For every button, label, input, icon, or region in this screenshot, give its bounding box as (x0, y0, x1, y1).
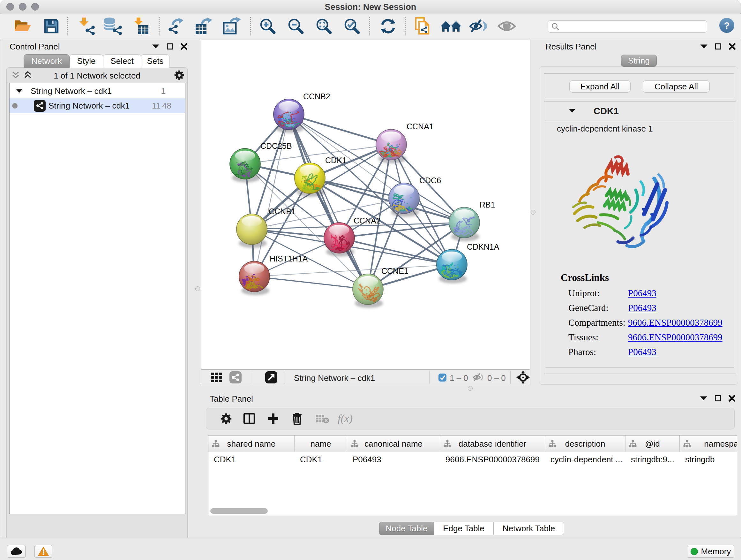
duplicate-network-button[interactable] (414, 17, 432, 36)
compartments-link[interactable]: 9606.ENSP00000378699 (628, 317, 723, 328)
cloud-icon (10, 547, 22, 556)
control-panel-float-button[interactable] (166, 43, 173, 50)
namespace-tree-icon (683, 440, 691, 448)
column-header-shared-name[interactable]: shared name (208, 435, 294, 452)
tab-string[interactable]: String (621, 55, 657, 67)
column-header-canonical-name[interactable]: canonical name (347, 435, 440, 452)
show-all-button[interactable] (497, 18, 516, 34)
table-cell[interactable]: cyclin-dependent ... (545, 452, 625, 467)
zoom-fit-button[interactable] (315, 17, 333, 35)
edge-CDKN1A-HIST1H1A[interactable] (254, 265, 452, 276)
column-header-namespace[interactable]: namespace (680, 435, 737, 452)
open-session-button[interactable] (13, 18, 31, 35)
table-cell[interactable]: stringdb:9... (625, 452, 680, 467)
node-CDC6[interactable]: CDC6 (389, 176, 441, 217)
collection-disclosure-icon[interactable] (16, 89, 23, 93)
edge-CCNB2-CCNA1[interactable] (289, 114, 391, 145)
table-options-gear-icon[interactable] (220, 413, 232, 424)
edge-CDK1-RB1[interactable] (310, 178, 464, 223)
table-cell[interactable]: 9606.ENSP00000378699 (440, 452, 545, 467)
table-cell[interactable]: CDK1 (294, 452, 347, 467)
table-panel-close-button[interactable] (728, 395, 736, 402)
control-panel-close-button[interactable] (180, 43, 188, 50)
add-column-icon[interactable] (267, 412, 280, 425)
results-panel-close-button[interactable] (729, 43, 736, 50)
table-panel-menu-button[interactable] (700, 396, 708, 401)
birdseye-grid-icon[interactable] (210, 371, 223, 384)
bottom-splitter-handle[interactable] (468, 386, 473, 391)
control-panel-menu-button[interactable] (152, 44, 159, 49)
export-network-button[interactable] (167, 17, 185, 35)
table-horizontal-scrollbar[interactable] (210, 508, 268, 514)
tab-node-table[interactable]: Node Table (379, 522, 434, 535)
tab-style[interactable]: Style (70, 54, 103, 68)
tissues-link[interactable]: 9606.ENSP00000378699 (628, 332, 723, 343)
import-table-button[interactable] (131, 17, 150, 36)
node-CCNA1[interactable]: CCNA1 (376, 122, 434, 163)
table-cell[interactable]: CDK1 (208, 452, 294, 467)
expand-all-button[interactable]: Expand All (569, 80, 630, 92)
column-header-database-identifier[interactable]: database identifier (440, 435, 545, 452)
edge-HIST1H1A-CCNE1[interactable] (254, 276, 368, 289)
left-splitter-handle[interactable] (195, 287, 200, 291)
results-panel-float-button[interactable] (715, 43, 722, 50)
delete-column-icon[interactable] (291, 412, 303, 425)
network-options-gear-icon[interactable] (174, 70, 184, 80)
column-header-description[interactable]: description (545, 435, 625, 452)
import-network-database-button[interactable] (103, 17, 123, 36)
node-CDKN1A[interactable]: CDKN1A (436, 242, 499, 283)
fit-selected-crosshair-icon[interactable] (516, 371, 530, 384)
pharos-link[interactable]: P06493 (628, 347, 657, 357)
table-panel-float-button[interactable] (715, 395, 721, 401)
network-row[interactable]: String Network – cdk1 11 48 (10, 98, 185, 113)
tab-select[interactable]: Select (103, 54, 141, 68)
crosslink-row: Uniprot:P06493 (568, 288, 600, 299)
node-RB1[interactable]: RB1 (449, 200, 495, 241)
collapse-all-button[interactable]: Collapse All (643, 80, 710, 92)
help-button[interactable]: ? (719, 18, 734, 33)
cloud-status-button[interactable] (7, 545, 25, 558)
zoom-out-button[interactable] (287, 17, 305, 35)
show-columns-icon[interactable] (243, 413, 255, 424)
genecard-link[interactable]: P06493 (628, 303, 657, 313)
gene-entry-header[interactable]: CDK1 (544, 102, 736, 121)
column-header-name[interactable]: name (294, 435, 347, 452)
zoom-in-button[interactable] (259, 17, 277, 35)
first-neighbors-button[interactable] (441, 17, 461, 35)
hide-selected-button[interactable] (469, 17, 488, 35)
uniprot-link[interactable]: P06493 (628, 288, 657, 299)
table-cell[interactable]: P06493 (347, 452, 440, 467)
toolbar-separator (429, 371, 429, 384)
gene-disclosure-icon[interactable] (569, 109, 576, 113)
warnings-button[interactable] (35, 545, 52, 558)
memory-button[interactable]: Memory (687, 545, 734, 558)
tab-edge-table[interactable]: Edge Table (434, 522, 493, 535)
save-session-button[interactable] (43, 17, 60, 35)
edge-CCNB2-HIST1H1A[interactable] (254, 114, 289, 276)
network-canvas[interactable]: CCNB2CCNA1CDC25BCDK1CDC6RB1CCNB1CCNA2CDK… (201, 40, 530, 370)
tab-sets[interactable]: Sets (141, 54, 170, 68)
network-edge-count: 48 (162, 101, 172, 111)
open-in-window-icon[interactable] (265, 371, 278, 384)
refresh-view-button[interactable] (380, 17, 397, 35)
selected-checkbox-icon[interactable] (438, 373, 447, 382)
tab-network[interactable]: Network (23, 54, 70, 68)
export-table-button[interactable] (195, 17, 214, 36)
node-CCNB1[interactable]: CCNB1 (237, 207, 296, 248)
network-collection-row[interactable]: String Network – cdk1 1 (10, 84, 185, 98)
node-HIST1H1A[interactable]: HIST1H1A (239, 254, 308, 295)
node-CCNB2[interactable]: CCNB2 (273, 92, 330, 133)
right-splitter-handle[interactable] (531, 210, 536, 214)
tab-network-table[interactable]: Network Table (493, 522, 564, 535)
zoom-in-icon (259, 17, 277, 35)
svg-text:CDC6: CDC6 (419, 176, 441, 185)
network-badge-icon[interactable] (229, 371, 242, 384)
search-input[interactable] (562, 22, 707, 31)
results-panel-menu-button[interactable] (700, 44, 708, 49)
export-image-button[interactable] (222, 17, 242, 36)
control-panel: Control Panel Network Style Select Sets … (3, 39, 192, 538)
table-cell[interactable]: stringdb (680, 452, 737, 467)
zoom-selected-button[interactable] (343, 17, 361, 35)
column-header--id[interactable]: @id (625, 435, 680, 452)
import-network-file-button[interactable] (77, 17, 95, 36)
